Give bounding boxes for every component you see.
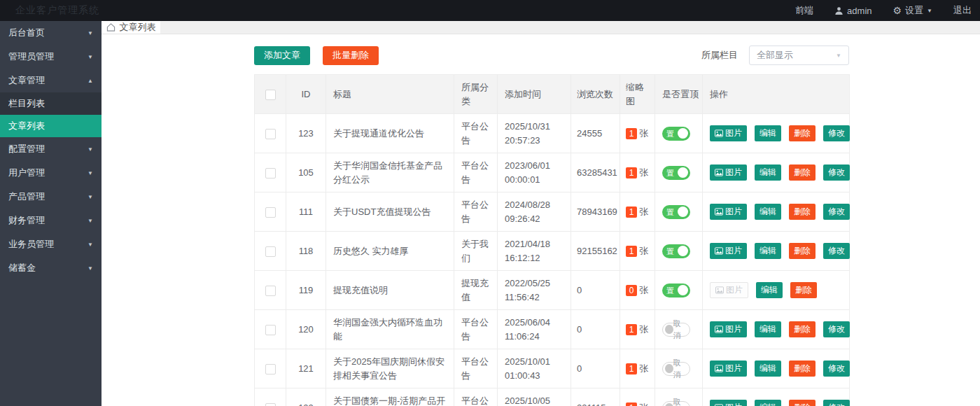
image-button-label: 图片 bbox=[725, 323, 742, 335]
delete-button[interactable]: 删除 bbox=[789, 360, 816, 377]
sidebar-item-article-list[interactable]: 文章列表 bbox=[0, 115, 102, 137]
image-button-label: 图片 bbox=[725, 245, 742, 257]
pin-toggle-label: 取消 bbox=[673, 396, 687, 406]
add-article-button[interactable]: 添加文章 bbox=[254, 46, 310, 65]
category-select[interactable]: 全部显示 ▼ bbox=[749, 46, 849, 65]
image-button[interactable]: 图片 bbox=[710, 125, 747, 141]
edit-button[interactable]: 编辑 bbox=[756, 282, 783, 298]
pin-toggle-label: 置 bbox=[666, 246, 674, 258]
sidebar-item-admin[interactable]: 管理员管理▼ bbox=[0, 45, 102, 69]
image-button[interactable]: 图片 bbox=[710, 164, 747, 181]
delete-button[interactable]: 删除 bbox=[790, 282, 817, 298]
sidebar-item-config[interactable]: 配置管理▼ bbox=[0, 137, 102, 161]
cell-added-time: 2025/10/31 20:57:23 bbox=[498, 114, 571, 153]
cell-id: 121 bbox=[286, 349, 326, 388]
edit-button[interactable]: 编辑 bbox=[755, 243, 781, 259]
row-checkbox[interactable] bbox=[265, 168, 276, 178]
modify-button[interactable]: 修改 bbox=[823, 125, 850, 141]
modify-button[interactable]: 修改 bbox=[823, 360, 850, 377]
edit-button[interactable]: 编辑 bbox=[755, 125, 781, 141]
cell-actions: 图片编辑删除修改 bbox=[703, 388, 850, 406]
image-button[interactable]: 图片 bbox=[710, 360, 747, 377]
modify-button[interactable]: 修改 bbox=[823, 321, 850, 337]
cell-id: 120 bbox=[286, 310, 326, 349]
batch-delete-button[interactable]: 批量删除 bbox=[323, 46, 379, 65]
cell-pinned: 取消 bbox=[655, 349, 703, 388]
thumbnail-count-badge: 1 bbox=[626, 246, 637, 257]
pin-toggle[interactable]: 置 bbox=[662, 205, 690, 219]
pin-toggle[interactable]: 取消 bbox=[662, 401, 690, 406]
cell-added-time: 2023/06/01 00:00:01 bbox=[498, 153, 571, 192]
modify-button[interactable]: 修改 bbox=[823, 164, 850, 181]
pin-toggle[interactable]: 取消 bbox=[662, 323, 690, 337]
row-checkbox[interactable] bbox=[265, 286, 276, 296]
delete-button[interactable]: 删除 bbox=[789, 321, 816, 337]
toolbar: 添加文章 批量删除 所属栏目 全部显示 ▼ bbox=[254, 46, 849, 65]
settings-menu[interactable]: ⚙ 设置 ▼ bbox=[893, 4, 932, 17]
tab-article-list[interactable]: 文章列表 bbox=[102, 21, 160, 34]
delete-button[interactable]: 删除 bbox=[789, 400, 816, 406]
row-checkbox[interactable] bbox=[265, 207, 276, 218]
image-button[interactable]: 图片 bbox=[710, 243, 747, 259]
cell-pinned: 置 bbox=[655, 192, 703, 232]
frontend-link[interactable]: 前端 bbox=[795, 4, 813, 17]
sidebar-item-salesman[interactable]: 业务员管理▼ bbox=[0, 232, 102, 256]
sidebar-item-finance[interactable]: 财务管理▼ bbox=[0, 209, 102, 232]
modify-button[interactable]: 修改 bbox=[823, 204, 850, 220]
pin-toggle[interactable]: 置 bbox=[662, 166, 690, 180]
cell-added-time: 2022/05/25 11:56:42 bbox=[498, 271, 571, 310]
thumbnail-count-badge: 1 bbox=[626, 324, 637, 335]
cell-title: 关于2025年国庆期间休假安排相关事宜公告 bbox=[326, 349, 454, 388]
thumbnail-unit-label: 张 bbox=[639, 324, 648, 335]
row-checkbox[interactable] bbox=[265, 364, 276, 374]
edit-button[interactable]: 编辑 bbox=[755, 164, 781, 181]
header-thumbnail: 缩略图 bbox=[620, 75, 655, 114]
delete-button[interactable]: 删除 bbox=[789, 204, 816, 220]
pin-toggle-knob bbox=[678, 206, 688, 217]
pin-toggle[interactable]: 置 bbox=[662, 284, 690, 298]
row-checkbox[interactable] bbox=[265, 246, 276, 257]
image-button[interactable]: 图片 bbox=[710, 400, 747, 406]
cell-actions: 图片编辑删除修改 bbox=[703, 232, 850, 271]
cell-title: 历史悠久 实力雄厚 bbox=[326, 232, 454, 271]
user-menu[interactable]: admin bbox=[834, 6, 872, 16]
table-row: 118历史悠久 实力雄厚关于我们2021/04/18 16:12:1292155… bbox=[255, 232, 850, 271]
pin-toggle[interactable]: 置 bbox=[662, 127, 690, 141]
row-checkbox[interactable] bbox=[265, 325, 276, 335]
thumbnail-unit-label: 张 bbox=[639, 128, 648, 139]
sidebar-item-savings[interactable]: 储蓄金▼ bbox=[0, 256, 102, 280]
table-row: 120华润国金强大内循环造血功能平台公告2025/06/04 11:06:240… bbox=[255, 310, 850, 349]
edit-button[interactable]: 编辑 bbox=[755, 360, 781, 377]
sidebar-item-user[interactable]: 用户管理▼ bbox=[0, 161, 102, 185]
modify-button[interactable]: 修改 bbox=[823, 400, 850, 406]
chevron-up-icon: ▲ bbox=[88, 78, 93, 84]
edit-button[interactable]: 编辑 bbox=[755, 400, 781, 406]
pin-toggle[interactable]: 置 bbox=[662, 244, 690, 258]
edit-button[interactable]: 编辑 bbox=[755, 204, 781, 220]
main-area: 文章列表 添加文章 批量删除 所属栏目 全部显示 ▼ bbox=[102, 21, 980, 406]
sidebar-item-product[interactable]: 产品管理▼ bbox=[0, 185, 102, 209]
cell-category: 平台公告 bbox=[454, 114, 498, 153]
image-button[interactable]: 图片 bbox=[710, 321, 747, 337]
delete-button[interactable]: 删除 bbox=[789, 164, 816, 181]
chevron-down-icon: ▼ bbox=[88, 194, 93, 200]
cell-pinned: 置 bbox=[655, 271, 703, 310]
cell-thumbnail: 1张 bbox=[620, 388, 655, 406]
sidebar-item-article[interactable]: 文章管理▲ bbox=[0, 69, 102, 92]
cell-checkbox bbox=[255, 349, 286, 388]
logout-link[interactable]: 退出 bbox=[953, 4, 972, 17]
delete-button[interactable]: 删除 bbox=[789, 125, 816, 141]
pin-toggle[interactable]: 取消 bbox=[662, 362, 690, 376]
modify-button[interactable]: 修改 bbox=[823, 243, 850, 259]
image-button[interactable]: 图片 bbox=[710, 204, 747, 220]
sidebar-item-home[interactable]: 后台首页▼ bbox=[0, 21, 102, 45]
delete-button[interactable]: 删除 bbox=[789, 243, 816, 259]
row-checkbox[interactable] bbox=[265, 129, 276, 139]
sidebar-item-column-list[interactable]: 栏目列表 bbox=[0, 92, 102, 115]
edit-button[interactable]: 编辑 bbox=[755, 321, 781, 337]
thumbnail-count-badge: 1 bbox=[626, 402, 637, 406]
header-pinned: 是否置顶 bbox=[655, 75, 703, 114]
row-checkbox[interactable] bbox=[265, 403, 276, 406]
cell-checkbox bbox=[255, 192, 286, 232]
select-all-checkbox[interactable] bbox=[265, 90, 276, 100]
